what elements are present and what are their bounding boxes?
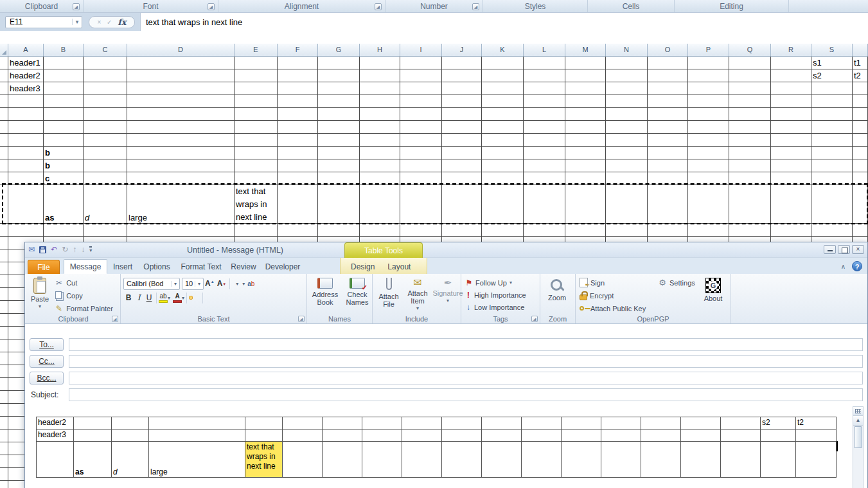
cell[interactable] [524, 224, 565, 237]
cell[interactable] [235, 134, 278, 147]
cell[interactable] [127, 172, 235, 185]
tab-format-text[interactable]: Format Text [175, 260, 227, 274]
cell[interactable] [853, 95, 868, 108]
cell[interactable] [482, 172, 524, 185]
row-header[interactable] [0, 365, 8, 378]
minimize-button[interactable] [824, 245, 836, 254]
cell[interactable] [318, 121, 360, 134]
cell[interactable] [400, 134, 442, 147]
formula-input[interactable]: text that wraps in next line [140, 13, 868, 31]
row-header[interactable] [0, 224, 8, 237]
cell[interactable] [606, 121, 648, 134]
column-header[interactable] [853, 44, 868, 57]
close-button[interactable]: × [852, 245, 864, 254]
row-header[interactable] [0, 108, 8, 121]
column-header[interactable]: M [565, 44, 606, 57]
column-header[interactable]: A [8, 44, 44, 57]
cell[interactable] [729, 159, 771, 172]
cell[interactable] [565, 121, 606, 134]
cell[interactable] [400, 224, 442, 237]
body-table-cell[interactable] [796, 442, 837, 478]
cell[interactable] [688, 121, 729, 134]
cell[interactable] [400, 159, 442, 172]
cell[interactable]: b [44, 147, 84, 159]
cell[interactable] [360, 172, 400, 185]
column-header[interactable]: S [811, 44, 853, 57]
cc-input[interactable] [69, 355, 863, 368]
cell[interactable] [688, 95, 729, 108]
high-importance-button[interactable]: !High Importance [464, 289, 538, 301]
shrink-font-button[interactable]: A▼ [216, 279, 228, 288]
body-table-cell[interactable] [37, 442, 74, 478]
body-table-cell[interactable] [721, 417, 761, 429]
cell[interactable] [360, 147, 400, 159]
cell[interactable] [44, 108, 84, 121]
cell[interactable] [278, 57, 318, 69]
cell[interactable]: c [44, 172, 84, 185]
column-header[interactable]: D [127, 44, 235, 57]
cell[interactable] [524, 121, 565, 134]
align-right-button[interactable] [197, 296, 200, 300]
body-table-cell[interactable] [362, 429, 402, 442]
cell[interactable] [84, 121, 127, 134]
zoom-button[interactable]: Zoom [543, 276, 571, 303]
cell[interactable] [811, 224, 853, 237]
body-table-cell[interactable] [112, 417, 149, 429]
cell[interactable] [360, 121, 400, 134]
cell[interactable] [318, 134, 360, 147]
cell[interactable] [442, 82, 482, 95]
cell[interactable] [482, 159, 524, 172]
scroll-up-icon[interactable]: ▲ [853, 416, 863, 426]
body-table-cell[interactable]: header3 [37, 429, 74, 442]
cell[interactable] [648, 147, 688, 159]
row-header[interactable] [0, 185, 8, 224]
cell[interactable] [771, 121, 811, 134]
cell[interactable] [811, 121, 853, 134]
chevron-down-icon[interactable]: ▾ [195, 281, 203, 287]
cell[interactable] [360, 108, 400, 121]
row-header[interactable] [0, 69, 8, 82]
cell[interactable] [127, 57, 235, 69]
encrypt-button[interactable]: Encrypt [578, 289, 654, 302]
cell[interactable] [127, 224, 235, 237]
cell[interactable] [565, 159, 606, 172]
cell[interactable] [729, 82, 771, 95]
customize-qat-icon[interactable]: ▾ [89, 246, 92, 253]
body-table-cell[interactable] [323, 429, 362, 442]
cell[interactable] [278, 95, 318, 108]
column-header[interactable]: C [84, 44, 127, 57]
attach-file-button[interactable]: Attach File [375, 276, 402, 314]
column-header[interactable]: H [360, 44, 400, 57]
cell[interactable] [853, 147, 868, 159]
cell[interactable]: s1 [811, 57, 853, 69]
cell[interactable] [44, 95, 84, 108]
body-table-cell[interactable]: text that wraps in next line [245, 442, 283, 478]
format-painter-button[interactable]: ✎Format Painter [53, 302, 114, 314]
cell[interactable] [127, 95, 235, 108]
cell[interactable] [8, 108, 44, 121]
cell[interactable] [44, 82, 84, 95]
dialog-launcher-icon[interactable]: ◢ [375, 3, 382, 10]
cell[interactable] [84, 95, 127, 108]
body-table-cell[interactable] [323, 442, 362, 478]
cell[interactable]: d [84, 185, 127, 224]
row-header[interactable] [0, 82, 8, 95]
cell[interactable] [235, 57, 278, 69]
cell[interactable] [8, 134, 44, 147]
cell[interactable] [235, 95, 278, 108]
cell[interactable] [811, 147, 853, 159]
cell[interactable] [400, 69, 442, 82]
sign-button[interactable]: Sign [578, 276, 654, 289]
cell[interactable] [442, 121, 482, 134]
cell[interactable] [606, 108, 648, 121]
cell[interactable] [524, 134, 565, 147]
cell[interactable] [84, 134, 127, 147]
cell[interactable] [811, 185, 853, 224]
tab-insert[interactable]: Insert [107, 260, 138, 274]
cell[interactable] [482, 185, 524, 224]
cell[interactable] [482, 57, 524, 69]
cell[interactable]: header3 [8, 82, 44, 95]
to-input[interactable] [69, 338, 863, 351]
cell[interactable]: text that wraps in next line [235, 185, 278, 224]
cell[interactable] [84, 108, 127, 121]
